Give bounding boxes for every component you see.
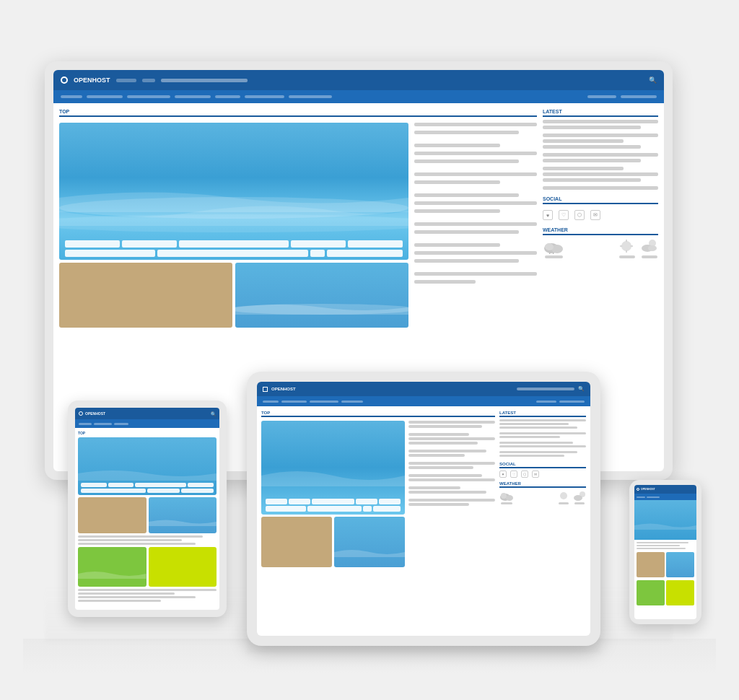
phone-wave [634,521,696,530]
spacer [414,238,537,241]
tablet-hero-btns [266,499,401,512]
tablet-sidebar: LATEST [499,411,586,631]
phone-thumb-tan [637,552,665,577]
heart-icon: ♡ [559,210,569,220]
weather-text [642,255,657,258]
text-line [414,259,519,263]
svg-point-15 [501,493,507,499]
weather-text [559,502,569,504]
text-line [414,251,537,255]
text-line [414,243,500,247]
sun-icon [618,238,636,254]
tablet-site: OPENHOST 🔍 [257,382,590,636]
text-line [408,442,478,445]
weather-section: WEATHER [543,227,658,260]
text-line [78,596,196,598]
desktop-nav-top: OPENHOST 🔍 [53,70,664,90]
small-search-icon: 🔍 [211,411,216,416]
hero-btn [65,250,155,257]
search-bar [161,79,248,82]
tablet-nav-secondary [257,396,590,406]
small-hero-btn [81,483,107,487]
phone-device: OPENHOST [629,480,701,624]
tablet-hero-btn [379,499,401,504]
text-line [408,503,469,506]
small-colored-blocks [78,547,217,587]
tablet-weather-row [499,490,586,504]
text-line [543,159,641,162]
text-line [408,474,482,477]
text-line [543,167,624,170]
phone-logo-text: OPENHOST [641,488,655,491]
text-line [543,153,658,157]
tablet-top-label: TOP [261,411,495,417]
text-line [499,436,560,438]
hero-btn [310,250,325,257]
small-nav-item [94,423,112,425]
thumbnail-blue [235,263,408,328]
sec-nav-item [215,95,240,98]
tablet-frame: OPENHOST 🔍 [247,372,600,646]
hero-btn [179,240,289,248]
small-nav-secondary [75,419,219,428]
text-line [543,139,624,143]
text-line [414,123,537,126]
small-logo-circle [79,411,83,416]
tablet-btn-row2 [266,506,401,512]
nav-item-1 [116,79,136,82]
small-btn-row2 [81,489,214,493]
text-line [543,178,641,182]
spacer [408,446,495,448]
sec-nav-item [245,95,284,98]
hero-image [59,123,408,260]
text-line [408,486,460,489]
text-line [78,600,161,602]
small-tablet-content: TOP [75,428,219,610]
svg-point-5 [621,241,631,251]
tablet-hero-btn [363,506,372,512]
text-line [408,462,495,465]
tablet-thumb-tan [261,517,332,567]
small-tablet-screen: OPENHOST 🔍 TOP [75,408,219,610]
tablet-weather-2 [557,490,570,504]
tablet-content: TOP [257,406,590,636]
social-mail-icon: ✉ [532,471,539,478]
tablet-hero-btn [266,506,306,512]
mail-icon: ✉ [590,210,600,220]
text-line [78,539,182,541]
social-section: SOCIAL ♥ ♡ ⬡ ✉ [543,196,658,223]
phone-bottom-thumbs [637,552,694,577]
sec-nav-item [175,95,211,98]
wave-svg-2 [59,201,408,226]
desktop-nav-secondary [53,90,664,103]
text-line [408,421,495,424]
tablet-latest-label: LATEST [499,411,586,417]
sec-nav-item-right [621,95,657,98]
text-line [408,499,495,502]
tablet-social-icons: ♥ ♡ ⬡ ✉ [499,471,586,478]
tablet-search [517,388,574,390]
text-line [499,432,586,434]
small-thumb-blue [149,497,217,533]
spacer [414,139,537,141]
text-line [637,542,688,543]
tablet-content-row [261,421,495,631]
phone-hero [634,500,696,540]
tablet-device: OPENHOST 🔍 [247,372,600,646]
small-nav-item [114,423,128,425]
text-line [78,592,175,595]
tablet-cloudsun-icon [573,490,586,502]
weather-item-3 [640,238,658,260]
nav-item-2 [142,79,155,82]
phone-screen: OPENHOST [634,485,696,619]
phone-colored-blocks [637,580,694,605]
tablet-weather-3 [573,490,586,504]
text-line [414,222,537,226]
tablet-wave [261,465,405,486]
tablet-logo-circle [263,387,268,392]
sec-nav-item [289,95,332,98]
text-line [414,172,537,176]
text-line [637,548,686,549]
weather-row [543,238,658,260]
weather-text [501,502,512,504]
